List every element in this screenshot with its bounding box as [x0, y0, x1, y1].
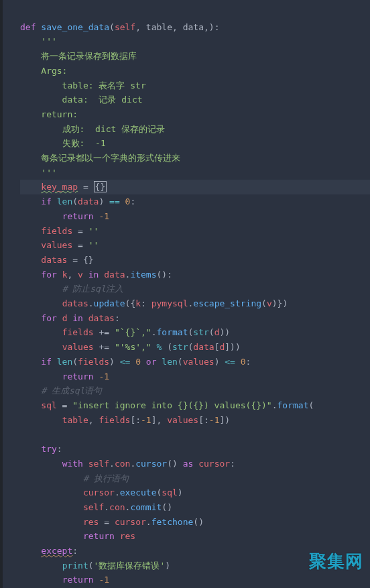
line-38: return -1: [20, 575, 109, 585]
line-32: cursor.execute(sql): [20, 487, 183, 497]
line-21: for d in datas:: [20, 313, 120, 323]
gutter-border: [0, 0, 3, 588]
line-24: if len(fields) <= 0 or len(values) <= 0:: [20, 357, 251, 367]
code-editor: def save_one_data(self, table, data,): '…: [0, 0, 370, 588]
line-30: with self.con.cursor() as cursor:: [20, 459, 235, 469]
line-29: try:: [20, 444, 62, 454]
line-8: 成功: dict 保存的记录: [20, 124, 165, 134]
line-22: fields += "`{}`,".format(str(d)): [20, 327, 230, 337]
line-2: ''': [20, 36, 57, 46]
line-9: 失败: -1: [20, 138, 106, 148]
line-17: datas = {}: [20, 255, 94, 265]
line-34: res = cursor.fetchone(): [20, 517, 204, 527]
line-10: 每条记录都以一个字典的形式传进来: [20, 153, 180, 163]
line-18: for k, v in data.items():: [20, 270, 172, 280]
line-5: table: 表名字 str: [20, 80, 146, 91]
line-37: print('数据库保存错误'): [20, 561, 170, 571]
line-19: # 防止sql注入: [20, 284, 123, 294]
line-11: ''': [20, 168, 57, 178]
line-26: # 生成sql语句: [20, 386, 102, 396]
line-7: return:: [20, 109, 78, 119]
line-35: return res: [20, 531, 135, 541]
line-6: data: 记录 dict: [20, 95, 143, 105]
line-15: fields = '': [20, 226, 99, 236]
line-36: except:: [20, 546, 78, 556]
line-13: if len(data) == 0:: [20, 196, 135, 207]
line-1: def save_one_data(self, table, data,):: [20, 22, 219, 32]
line-3: 将一条记录保存到数据库: [20, 51, 137, 61]
line-12-current: key_map = {}: [20, 180, 370, 194]
line-28: table, fields[:-1], values[:-1]): [20, 415, 230, 425]
line-25: return -1: [20, 371, 109, 381]
line-23: values += "'%s'," % (str(data[d])): [20, 342, 241, 352]
line-27: sql = "insert ignore into {}({}) values(…: [20, 400, 314, 410]
cursor: {}: [94, 181, 107, 192]
line-14: return -1: [20, 211, 109, 221]
line-31: # 执行语句: [20, 473, 129, 483]
line-33: self.con.commit(): [20, 502, 172, 512]
watermark-text: 聚集网: [309, 547, 363, 576]
line-4: Args:: [20, 66, 67, 76]
line-16: values = '': [20, 240, 99, 250]
line-20: datas.update({k: pymysql.escape_string(v…: [20, 298, 288, 308]
